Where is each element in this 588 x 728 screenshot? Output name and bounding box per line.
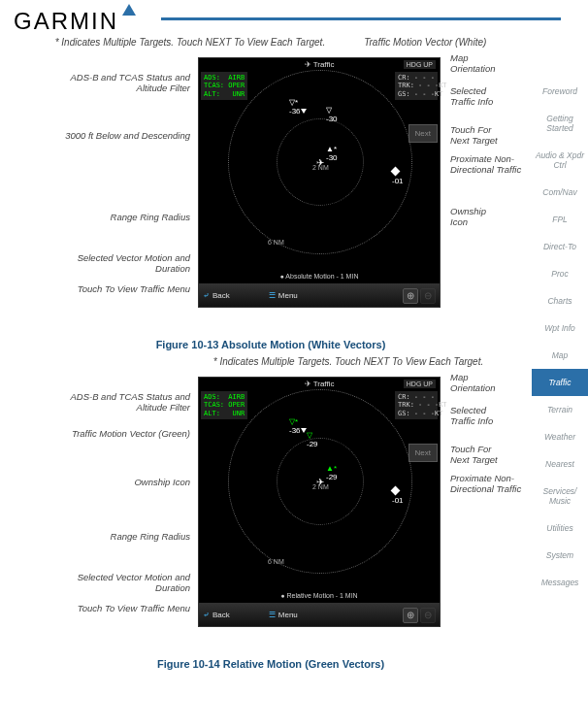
callout2-next: Touch For Next Target	[450, 445, 499, 466]
nav-item-getting-started[interactable]: Getting Started	[532, 105, 588, 142]
menu-button[interactable]: ☰Menu	[269, 291, 298, 300]
back-arrow-icon: ⤶	[203, 611, 210, 619]
nav-item-nearest[interactable]: Nearest	[532, 450, 588, 478]
next-button[interactable]: Next	[408, 444, 438, 462]
traffic-info-box[interactable]: CR: - - - TRK: - - -KT GS: - - -KT	[395, 391, 438, 419]
range-label-outer: 6 NM	[268, 558, 284, 565]
nav-item-terrain[interactable]: Terrain	[532, 396, 588, 423]
range-label-inner: 2 NM	[312, 483, 329, 490]
nav-item-foreword[interactable]: Foreword	[532, 78, 588, 105]
zoom-out-button[interactable]: ⊖	[420, 608, 436, 623]
status-filter-box[interactable]: ADS: AIRB TCAS: OPER ALT: UNR	[201, 391, 247, 419]
zoom-in-button[interactable]: ⊕	[403, 288, 418, 304]
main-content: * Indicates Multiple Targets. Touch NEXT…	[0, 35, 588, 670]
target-4[interactable]: -01	[392, 487, 411, 505]
callout2-ownship: Ownship Icon	[54, 478, 190, 488]
callout2-menu: Touch To View Traffic Menu	[54, 604, 190, 614]
target-1[interactable]: ▽*-36	[289, 98, 307, 116]
zoom-out-button[interactable]: ⊖	[420, 288, 436, 304]
fig2-caption: Figure 10-14 Relative Motion (Green Vect…	[14, 658, 528, 670]
brand-logo: GARMIN	[14, 8, 118, 35]
range-ring-outer: ✈ ▽*-36 ▽-29 ▲*-29 -01 2 NM 6 NM	[228, 389, 412, 574]
nav-item-direct-to[interactable]: Direct-To	[532, 233, 588, 260]
callout-orient: Map Orientation	[450, 53, 499, 75]
back-button[interactable]: ⤶Back	[203, 611, 230, 619]
menu-icon: ☰	[269, 291, 276, 300]
logo-triangle-icon	[122, 4, 136, 16]
target-4[interactable]: -01	[392, 168, 411, 185]
nav-item-utilities[interactable]: Utilities	[532, 514, 588, 542]
toolbar: ⤶Back ☰Menu ⊕ ⊖	[199, 283, 440, 307]
menu-icon: ☰	[269, 611, 276, 619]
range-label-inner: 2 NM	[312, 164, 329, 171]
zoom-controls: ⊕ ⊖	[403, 288, 436, 304]
side-nav: ForewordGetting StartedAudio & Xpdr Ctrl…	[532, 78, 588, 596]
target-3[interactable]: ▲*-29	[326, 464, 338, 481]
next-button[interactable]: Next	[408, 124, 438, 143]
traffic-display-1: ✈ Traffic HDG UP ADS: AIRB TCAS: OPER AL…	[198, 57, 441, 308]
target-2[interactable]: ▽-30	[326, 106, 338, 123]
range-label-outer: 6 NM	[268, 239, 284, 246]
nav-item-com-nav[interactable]: Com/Nav	[532, 179, 588, 206]
zoom-in-button[interactable]: ⊕	[403, 608, 418, 623]
nav-item-map[interactable]: Map	[532, 342, 588, 369]
callout-below: 3000 ft Below and Descending	[54, 131, 190, 142]
traffic-info-box[interactable]: CR: - - - TRK: - - -KT GS: - - -KT	[395, 72, 438, 100]
callout2-range: Range Ring Radius	[54, 532, 190, 543]
callout2-prox: Proximate Non-Directional Traffic	[450, 474, 528, 495]
screen-title: ✈ Traffic	[305, 60, 335, 69]
nav-item-charts[interactable]: Charts	[532, 287, 588, 314]
figure-1: ADS-B and TCAS Status and Altitude Filte…	[43, 51, 499, 333]
fig1-top-note: * Indicates Multiple Targets. Touch NEXT…	[55, 37, 326, 48]
nav-item-audio-xpdr-ctrl[interactable]: Audio & Xpdr Ctrl	[532, 142, 588, 179]
callout-prox: Proximate Non-Directional Traffic	[450, 154, 528, 176]
nav-item-traffic[interactable]: Traffic	[532, 369, 588, 396]
callout2-selinfo: Selected Traffic Info	[450, 406, 499, 427]
page-header: GARMIN	[0, 0, 588, 35]
nav-item-services-music[interactable]: Services/ Music	[532, 478, 588, 514]
hdg-indicator[interactable]: HDG UP	[404, 380, 436, 388]
nav-item-fpl[interactable]: FPL	[532, 206, 588, 233]
nav-item-wpt-info[interactable]: Wpt Info	[532, 314, 588, 342]
nav-item-weather[interactable]: Weather	[532, 423, 588, 450]
screen-title: ✈ Traffic	[305, 380, 335, 388]
zoom-controls: ⊕ ⊖	[403, 608, 436, 623]
target-1[interactable]: ▽*-36	[289, 417, 307, 435]
toolbar: ⤶Back ☰Menu ⊕ ⊖	[199, 603, 440, 626]
callout-selinfo: Selected Traffic Info	[450, 86, 499, 108]
back-button[interactable]: ⤶Back	[203, 291, 230, 300]
motion-status: ● Absolute Motion - 1 MIN	[280, 273, 359, 280]
callout-range: Range Ring Radius	[54, 213, 190, 223]
nav-item-messages[interactable]: Messages	[532, 569, 588, 596]
back-arrow-icon: ⤶	[203, 291, 210, 300]
motion-status: ● Relative Motion - 1 MIN	[280, 592, 357, 599]
callout-adsb: ADS-B and TCAS Status and Altitude Filte…	[54, 73, 190, 94]
target-2[interactable]: ▽-29	[307, 431, 318, 448]
header-rule	[161, 17, 561, 20]
fig1-vector-label: Traffic Motion Vector (White)	[364, 37, 486, 48]
fig1-caption: Figure 10-13 Absolute Motion (White Vect…	[14, 339, 528, 350]
traffic-display-2: ✈ Traffic HDG UP ADS: AIRB TCAS: OPER AL…	[198, 377, 441, 627]
fig2-top-note: * Indicates Multiple Targets. Touch NEXT…	[169, 356, 528, 367]
callout2-vec-green: Traffic Motion Vector (Green)	[54, 429, 190, 440]
range-ring-outer: ✈ ▽*-36 ▽-30 ▲*-30 -01 2 NM 6 NM	[228, 70, 412, 254]
callout-menu: Touch To View Traffic Menu	[54, 284, 190, 295]
callout-ownship: Ownship Icon	[450, 207, 499, 228]
callout-next: Touch For Next Target	[450, 125, 499, 147]
target-3[interactable]: ▲*-30	[326, 145, 338, 162]
hdg-indicator[interactable]: HDG UP	[404, 60, 436, 69]
nav-item-proc[interactable]: Proc	[532, 260, 588, 287]
nav-item-system[interactable]: System	[532, 542, 588, 569]
menu-button[interactable]: ☰Menu	[269, 611, 298, 619]
callout-vector: Selected Vector Motion and Duration	[54, 253, 190, 275]
callout2-vector: Selected Vector Motion and Duration	[54, 573, 190, 594]
callout2-adsb: ADS-B and TCAS Status and Altitude Filte…	[54, 392, 190, 414]
figure-2: ADS-B and TCAS Status and Altitude Filte…	[43, 371, 499, 652]
status-filter-box[interactable]: ADS: AIRB TCAS: OPER ALT: UNR	[201, 72, 247, 100]
callout2-orient: Map Orientation	[450, 373, 499, 394]
